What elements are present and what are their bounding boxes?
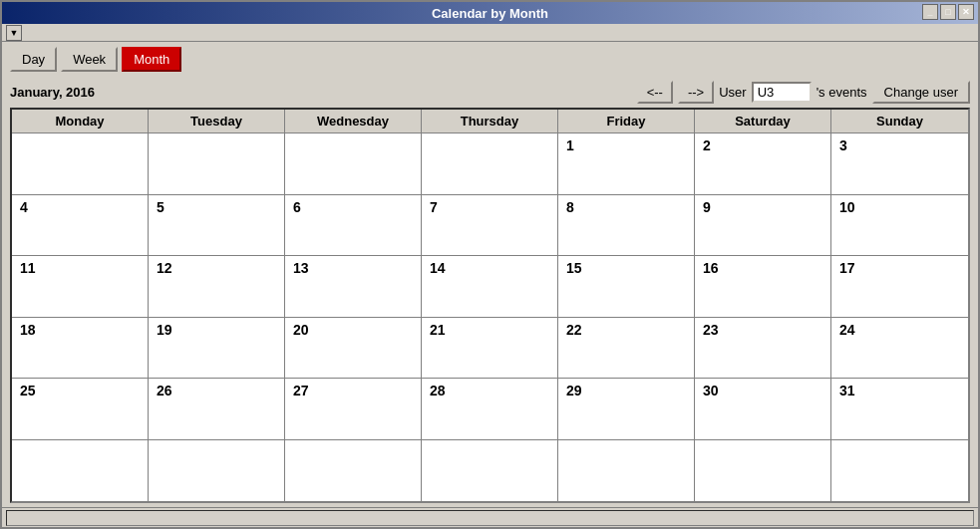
calendar-row-1: 45678910 [12,195,968,257]
calendar-cell-r3c5[interactable]: 23 [695,318,831,379]
calendar-cell-r5c0[interactable] [12,440,149,502]
calendar-cell-r0c2[interactable] [285,133,422,194]
calendar-cell-r4c1[interactable]: 26 [149,379,285,439]
prev-button[interactable]: <-- [637,81,673,104]
calendar-cell-r1c5[interactable]: 9 [695,195,831,256]
menu-bar: ▼ [2,24,978,42]
calendar-cell-r2c1[interactable]: 12 [149,256,285,317]
calendar-cell-r3c0[interactable]: 18 [12,318,149,379]
calendar-cell-r2c6[interactable]: 17 [831,256,968,317]
close-button[interactable]: ✕ [958,4,974,20]
calendar-header: Monday Tuesday Wednesday Thursday Friday… [12,110,968,133]
events-label: 's events [817,85,867,100]
main-window: Calendar by Month _ □ ✕ ▼ Day Week Month… [0,0,980,529]
calendar-cell-r5c6[interactable] [831,440,968,502]
calendar-row-3: 18192021222324 [12,318,968,380]
window-title: Calendar by Month [432,6,548,21]
calendar-cell-r5c1[interactable] [149,440,285,502]
status-bar [2,507,978,527]
calendar-cell-r2c5[interactable]: 16 [695,256,831,317]
calendar-cell-r5c5[interactable] [695,440,831,502]
calendar-container: Monday Tuesday Wednesday Thursday Friday… [10,108,970,503]
title-bar-buttons: _ □ ✕ [922,4,974,20]
calendar-cell-r2c4[interactable]: 15 [558,256,695,317]
calendar-cell-r4c6[interactable]: 31 [831,379,968,439]
user-label: User [719,85,746,100]
calendar-cell-r2c2[interactable]: 13 [285,256,422,317]
user-input[interactable] [752,82,812,103]
menu-icon[interactable]: ▼ [6,25,22,41]
calendar-cell-r3c3[interactable]: 21 [422,318,558,379]
calendar-cell-r3c2[interactable]: 20 [285,318,422,379]
calendar-cell-r0c3[interactable] [422,133,558,194]
header-sunday: Sunday [831,110,968,132]
calendar-cell-r0c1[interactable] [149,133,285,194]
calendar-cell-r1c2[interactable]: 6 [285,195,422,256]
maximize-button[interactable]: □ [940,4,956,20]
calendar-cell-r4c4[interactable]: 29 [558,379,695,439]
day-button[interactable]: Day [10,47,57,72]
calendar-cell-r2c0[interactable]: 11 [12,256,149,317]
calendar-cell-r4c2[interactable]: 27 [285,379,422,439]
header-tuesday: Tuesday [149,110,285,132]
calendar-cell-r5c4[interactable] [558,440,695,502]
header-thursday: Thursday [422,110,558,132]
calendar-cell-r4c0[interactable]: 25 [12,379,149,439]
calendar-cell-r1c3[interactable]: 7 [422,195,558,256]
title-bar: Calendar by Month _ □ ✕ [2,2,978,24]
calendar-cell-r4c3[interactable]: 28 [422,379,558,439]
calendar-row-4: 25262728293031 [12,379,968,440]
calendar-cell-r3c1[interactable]: 19 [149,318,285,379]
status-inner [6,510,974,526]
calendar-cell-r0c5[interactable]: 2 [695,133,831,194]
header-monday: Monday [12,110,149,132]
toolbar: Day Week Month [2,42,978,77]
calendar-row-5 [12,440,968,502]
change-user-button[interactable]: Change user [872,81,970,104]
nav-controls: <-- --> User 's events Change user [637,81,970,104]
week-button[interactable]: Week [61,47,118,72]
calendar-cell-r1c4[interactable]: 8 [558,195,695,256]
calendar-row-2: 11121314151617 [12,256,968,318]
header-saturday: Saturday [695,110,831,132]
calendar-cell-r1c1[interactable]: 5 [149,195,285,256]
month-year-label: January, 2016 [10,85,631,100]
calendar-cell-r0c4[interactable]: 1 [558,133,695,194]
calendar-body: 1234567891011121314151617181920212223242… [12,133,968,501]
calendar-cell-r3c6[interactable]: 24 [831,318,968,379]
nav-row: January, 2016 <-- --> User 's events Cha… [2,77,978,108]
calendar-cell-r5c2[interactable] [285,440,422,502]
calendar-cell-r0c0[interactable] [12,133,149,194]
header-friday: Friday [558,110,695,132]
calendar-cell-r0c6[interactable]: 3 [831,133,968,194]
next-button[interactable]: --> [678,81,714,104]
calendar-cell-r1c0[interactable]: 4 [12,195,149,256]
header-wednesday: Wednesday [285,110,422,132]
calendar-cell-r3c4[interactable]: 22 [558,318,695,379]
minimize-button[interactable]: _ [922,4,938,20]
calendar-cell-r1c6[interactable]: 10 [831,195,968,256]
calendar-cell-r4c5[interactable]: 30 [695,379,831,439]
calendar-cell-r2c3[interactable]: 14 [422,256,558,317]
calendar-row-0: 123 [12,133,968,195]
calendar-cell-r5c3[interactable] [422,440,558,502]
month-button[interactable]: Month [122,47,181,72]
